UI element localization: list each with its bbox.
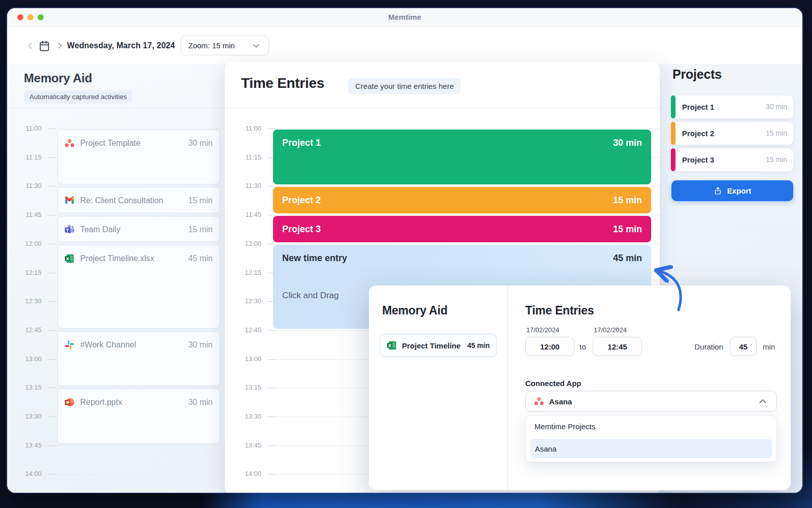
block-label: Project 1 — [282, 138, 321, 148]
time-gridline — [48, 129, 225, 129]
project-name: Project 3 — [682, 148, 714, 171]
entry-label: Report.pptx — [80, 398, 183, 407]
time-tick-label: 11:45 — [233, 211, 261, 218]
time-tick-label: 11:00 — [14, 124, 42, 132]
time-tick-mark — [48, 215, 56, 215]
time-tick-label: 12:30 — [233, 297, 261, 305]
project-name: Project 2 — [682, 122, 714, 145]
app-window: Memtime Wednesday, March 17, 2024 Zoom: … — [7, 8, 802, 493]
memory-aid-entry[interactable]: Project Template30 min — [57, 130, 220, 184]
modal-divider — [507, 285, 508, 490]
asana-icon — [64, 138, 75, 148]
panel-divider — [7, 108, 225, 108]
excel-icon — [64, 253, 75, 264]
time-entries-badge: Create your time entries here — [348, 78, 461, 94]
time-gridline — [267, 186, 660, 186]
time-tick-mark — [267, 330, 276, 331]
time-tick-label: 11:30 — [14, 182, 42, 189]
main-content: Memory Aid Automatically captured activi… — [7, 64, 802, 493]
duration-input[interactable]: 45 — [730, 337, 757, 356]
modal-time-entries-title: Time Entries — [525, 304, 594, 318]
memory-aid-entry[interactable]: Re: Client Consultation15 min — [57, 187, 220, 213]
project-name: Project 1 — [682, 96, 714, 118]
time-gridline — [267, 244, 660, 244]
modal-entry-duration: 45 min — [467, 341, 490, 350]
time-tick-mark — [48, 244, 56, 244]
zoom-level-select[interactable]: Zoom: 15 min — [181, 36, 269, 55]
time-entry-block[interactable]: Project 215 min — [273, 187, 651, 213]
time-tick-mark — [267, 129, 276, 129]
project-card[interactable]: Project 215 min — [671, 122, 793, 145]
entry-label: Project Timeline.xlsx — [80, 254, 183, 263]
block-duration: 30 min — [613, 138, 642, 148]
time-tick-mark — [267, 474, 276, 474]
block-label: New time entry — [282, 253, 347, 264]
time-tick-mark — [48, 388, 56, 388]
entry-label: Team Daily — [80, 225, 183, 234]
memory-aid-entry[interactable]: Team Daily15 min — [57, 216, 220, 242]
project-color-bar — [671, 148, 675, 171]
time-tick-mark — [48, 186, 56, 186]
time-tick-mark — [267, 417, 276, 417]
start-time-input[interactable]: 12:00 — [525, 337, 574, 356]
time-tick-label: 12:45 — [233, 326, 261, 334]
memory-aid-entry[interactable]: Project Timeline.xlsx45 min — [57, 245, 220, 329]
end-time-input[interactable]: 12:45 — [593, 337, 642, 356]
modal-memory-aid-entry[interactable]: Project Timeline 45 min — [380, 334, 497, 357]
time-tick-mark — [267, 359, 276, 360]
connected-app-select[interactable]: Asana — [525, 391, 777, 412]
teams-icon — [64, 225, 75, 235]
project-card[interactable]: Project 130 min — [671, 96, 793, 118]
entry-label: Project Template — [80, 139, 183, 148]
entry-duration: 30 min — [188, 340, 213, 350]
excel-icon — [387, 340, 397, 351]
connected-app-menu: Memtime Projects Asana — [525, 415, 777, 462]
time-gridline — [48, 244, 225, 244]
menu-item-asana[interactable]: Asana — [530, 439, 772, 458]
entry-duration: 30 min — [188, 398, 213, 407]
project-duration: 15 min — [766, 122, 787, 145]
export-icon — [714, 186, 722, 195]
project-card[interactable]: Project 315 min — [671, 148, 793, 171]
export-button-label: Export — [727, 186, 752, 195]
time-gridline — [48, 388, 225, 388]
time-tick-mark — [48, 474, 56, 474]
time-tick-label: 11:15 — [233, 153, 261, 161]
block-duration: 15 min — [613, 224, 642, 235]
time-entry-block[interactable]: Project 315 min — [273, 216, 651, 242]
gmail-icon — [64, 196, 75, 206]
desktop-background: Memtime Wednesday, March 17, 2024 Zoom: … — [0, 0, 812, 508]
memory-aid-entry[interactable]: Report.pptx30 min — [57, 389, 220, 443]
menu-item-memtime-projects[interactable]: Memtime Projects — [534, 422, 595, 431]
title-bar: Memtime — [7, 8, 802, 27]
time-tick-label: 13:45 — [233, 441, 261, 449]
calendar-icon[interactable] — [39, 27, 50, 65]
time-gridline — [48, 186, 225, 186]
next-day-button[interactable] — [56, 27, 64, 65]
block-label: Project 3 — [282, 224, 321, 235]
project-color-bar — [671, 122, 675, 145]
click-and-drag-hint: Click and Drag — [282, 291, 339, 301]
export-button[interactable]: Export — [671, 180, 793, 201]
time-gridline — [48, 474, 225, 474]
time-tick-label: 13:45 — [14, 441, 42, 449]
modal-entry-label: Project Timeline — [402, 341, 462, 350]
memory-aid-badge: Automatically captured activities — [24, 90, 132, 103]
to-label: to — [580, 337, 586, 356]
time-tick-label: 11:30 — [233, 182, 261, 189]
time-tick-label: 11:45 — [14, 211, 42, 218]
memory-aid-entry[interactable]: #Work Channel30 min — [57, 331, 220, 386]
connected-app-value: Asana — [549, 397, 752, 406]
time-tick-label: 14:00 — [14, 470, 42, 478]
time-tick-label: 14:00 — [233, 470, 261, 478]
modal-memory-aid-title: Memory Aid — [382, 304, 448, 318]
block-label: Project 2 — [282, 195, 321, 206]
memory-aid-title: Memory Aid — [24, 71, 92, 85]
entry-duration: 45 min — [188, 254, 213, 263]
zoom-level-value: Zoom: 15 min — [188, 41, 235, 50]
time-tick-mark — [48, 157, 56, 158]
time-entry-block[interactable]: Project 130 min — [273, 130, 651, 184]
previous-day-button[interactable] — [25, 27, 35, 65]
slack-icon — [64, 340, 75, 350]
time-tick-mark — [267, 244, 276, 244]
